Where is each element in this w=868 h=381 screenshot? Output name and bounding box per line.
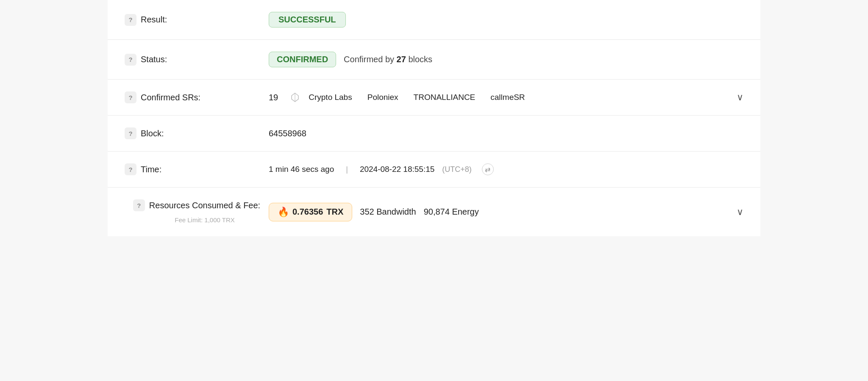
result-row: ? Result: SUCCESSFUL	[108, 0, 760, 40]
result-help-icon[interactable]: ?	[125, 14, 136, 26]
result-badge: SUCCESSFUL	[269, 12, 346, 28]
time-absolute: 2024-08-22 18:55:15	[360, 165, 434, 174]
sr-name-0: Crypto Labs	[309, 93, 352, 102]
block-label: Block:	[141, 129, 164, 138]
confirmed-srs-label-col: ? Confirmed SRs:	[125, 91, 269, 103]
block-number: 64558968	[269, 129, 306, 138]
confirmed-srs-chevron-icon[interactable]: ∨	[737, 92, 743, 103]
sr-name-2: TRONALLIANCE	[414, 93, 476, 102]
status-confirmed-badge: CONFIRMED	[269, 52, 336, 67]
time-label: Time:	[141, 165, 161, 174]
time-value-col: 1 min 46 secs ago | 2024-08-22 18:55:15 …	[269, 163, 743, 175]
sr-name-1: Poloniex	[367, 93, 398, 102]
status-confirmed-text: Confirmed by 27 blocks	[344, 55, 432, 64]
block-row: ? Block: 64558968	[108, 116, 760, 152]
block-value-col: 64558968	[269, 129, 743, 138]
sr-name-3: callmeSR	[490, 93, 525, 102]
status-row: ? Status: CONFIRMED Confirmed by 27 bloc…	[108, 40, 760, 80]
resources-help-icon[interactable]: ?	[133, 199, 145, 211]
resources-label: Resources Consumed & Fee:	[149, 201, 260, 210]
transaction-detail-panel: ? Result: SUCCESSFUL ? Status: CONFIRMED…	[108, 0, 760, 236]
confirmed-srs-value-col: 19 Crypto Labs Poloniex TRONALLIANCE cal…	[269, 91, 743, 103]
resources-value-col: 🔥 0.76356 TRX 352 Bandwidth 90,874 Energ…	[269, 203, 743, 221]
timezone-convert-icon[interactable]: ⇄	[482, 163, 494, 175]
block-help-icon[interactable]: ?	[125, 127, 136, 139]
block-label-col: ? Block:	[125, 127, 269, 139]
confirmed-srs-help-icon[interactable]: ?	[125, 91, 136, 103]
confirmed-srs-label: Confirmed SRs:	[141, 93, 200, 102]
time-row: ? Time: 1 min 46 secs ago | 2024-08-22 1…	[108, 152, 760, 188]
status-value-col: CONFIRMED Confirmed by 27 blocks	[269, 52, 743, 67]
resources-label-col: ? Resources Consumed & Fee: Fee Limit: 1…	[125, 199, 269, 224]
resources-chevron-icon[interactable]: ∨	[737, 207, 743, 218]
sr-count: 19	[269, 93, 278, 102]
fee-trx-badge: 🔥 0.76356 TRX	[269, 203, 352, 221]
confirmed-blocks-count: 27	[397, 55, 406, 64]
result-value-col: SUCCESSFUL	[269, 12, 743, 28]
status-label-col: ? Status:	[125, 54, 269, 66]
confirmed-suffix: blocks	[408, 55, 432, 64]
sr-logo-icon	[289, 91, 301, 103]
trx-amount: 0.76356	[292, 207, 323, 217]
confirmed-prefix: Confirmed by	[344, 55, 394, 64]
energy-value: 90,874 Energy	[424, 207, 479, 217]
time-help-icon[interactable]: ?	[125, 163, 136, 175]
sr-names-list: Crypto Labs Poloniex TRONALLIANCE callme…	[309, 93, 530, 102]
time-utc: (UTC+8)	[442, 165, 472, 174]
time-relative: 1 min 46 secs ago	[269, 165, 334, 174]
result-label-col: ? Result:	[125, 14, 269, 26]
flame-icon: 🔥	[278, 207, 289, 218]
time-separator: |	[346, 165, 348, 174]
trx-unit: TRX	[326, 207, 343, 217]
time-label-col: ? Time:	[125, 163, 269, 175]
status-help-icon[interactable]: ?	[125, 54, 136, 66]
result-label: Result:	[141, 15, 167, 25]
resources-row: ? Resources Consumed & Fee: Fee Limit: 1…	[108, 188, 760, 236]
status-label: Status:	[141, 55, 167, 64]
fee-limit-label: Fee Limit: 1,000 TRX	[175, 216, 234, 224]
bandwidth-value: 352 Bandwidth	[360, 207, 416, 217]
confirmed-srs-row: ? Confirmed SRs: 19 Crypto Labs Poloniex…	[108, 80, 760, 116]
